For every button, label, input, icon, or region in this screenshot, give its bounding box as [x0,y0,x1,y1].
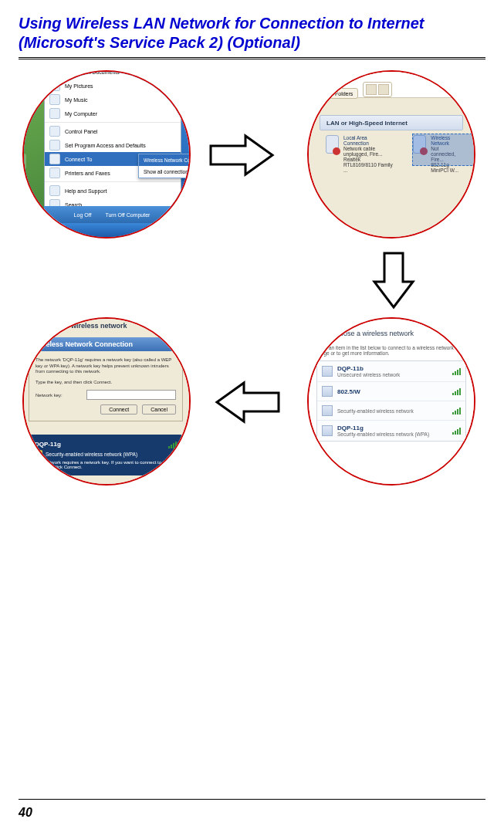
dialog-body: The network 'DQP-11g' requires a network… [29,351,183,421]
flyout-item-showall[interactable]: Show all connections [139,166,191,178]
signal-bars-icon [452,387,461,395]
antenna-icon [322,366,333,377]
view-buttons[interactable] [363,82,392,97]
antenna-icon [322,405,333,416]
cancel-button[interactable]: Cancel [142,404,176,414]
folders-button[interactable]: 📁Folders [320,88,358,99]
menu-item[interactable]: My Music [45,93,181,107]
menu-item[interactable]: My Recent Documents [45,70,181,79]
shutdown-button[interactable]: Turn Off Computer [105,212,150,218]
wireless-title: oose a wireless network [309,328,474,343]
wireless-network-list: DQP-11b Unsecured wireless network 802.5… [316,360,466,442]
menu-item[interactable]: My Computer [45,107,181,120]
network-item[interactable]: DQP-11b Unsecured wireless network [317,361,465,382]
arrow-down-icon [370,249,417,311]
signal-bars-icon [452,427,461,435]
dialog-titlebar: Wireless Network Connection [29,337,191,351]
step1-start-menu: My Recent Documents My Pictures My Music… [22,70,191,239]
flyout-item-wireless[interactable]: Wireless Network Connection [139,154,191,166]
step2-network-connections: Help 📁Folders LAN or High-Speed Internet… [307,70,475,239]
network-balloon: DQP-11g Security-enabled wireless networ… [29,435,183,475]
step4-connect-dialog: Choose a wireless network Wireless Netwo… [22,317,191,486]
signal-bars-icon [168,441,177,448]
page-number: 40 [19,806,32,820]
menu-item[interactable]: Control Panel [45,124,181,138]
connect-to-flyout: Wireless Network Connection Show all con… [138,154,191,178]
logoff-button[interactable]: Log Off [74,212,92,218]
heading-rule [19,57,485,59]
arrow-right-icon [207,132,276,178]
start-menu-power: Log Off Turn Off Computer [44,206,180,223]
panel-title: Choose a wireless network [38,322,127,330]
step3-wireless-list: oose a wireless network Click an item in… [307,317,475,486]
start-menu-panel: My Recent Documents My Pictures My Music… [44,70,181,226]
menu-item[interactable]: Set Program Access and Defaults [45,138,181,152]
menu-help[interactable]: Help [316,76,327,82]
network-item[interactable]: DQP-11g Security-enabled wireless networ… [317,421,465,441]
connect-button[interactable]: Connect [100,404,137,414]
network-item[interactable]: 802.5/W [317,382,465,401]
menu-item[interactable]: Help and Support [45,184,181,198]
signal-bars-icon [452,367,461,375]
antenna-icon [322,386,333,397]
arrow-left-icon [213,379,282,425]
page-heading: Using Wireless LAN Network for Connectio… [19,14,485,52]
network-key-input[interactable] [86,390,176,400]
network-item[interactable]: Security-enabled wireless network [317,401,465,421]
wireless-caption: Click an item in the list below to conne… [316,345,466,356]
network-key-label: Network key: [36,393,82,398]
lan-icon [326,135,339,154]
signal-bars-icon [452,407,461,414]
start-button[interactable] [24,223,55,237]
diagram: My Recent Documents My Pictures My Music… [19,70,485,580]
lan-connection[interactable]: Local Area Connection Network cable unpl… [326,135,393,167]
lock-icon [35,450,42,458]
selection-highlight [412,134,475,166]
footer-rule [19,799,485,800]
menu-item[interactable]: My Pictures [45,79,181,93]
group-header: LAN or High-Speed Internet [320,115,463,130]
antenna-icon [322,425,333,436]
